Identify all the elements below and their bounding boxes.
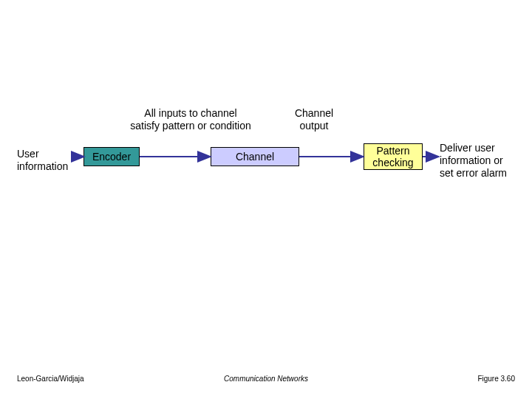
arrow-user-to-encoder: [0, 0, 532, 399]
footer-center: Communication Networks: [0, 375, 532, 383]
footer-right: Figure 3.60: [477, 375, 515, 383]
